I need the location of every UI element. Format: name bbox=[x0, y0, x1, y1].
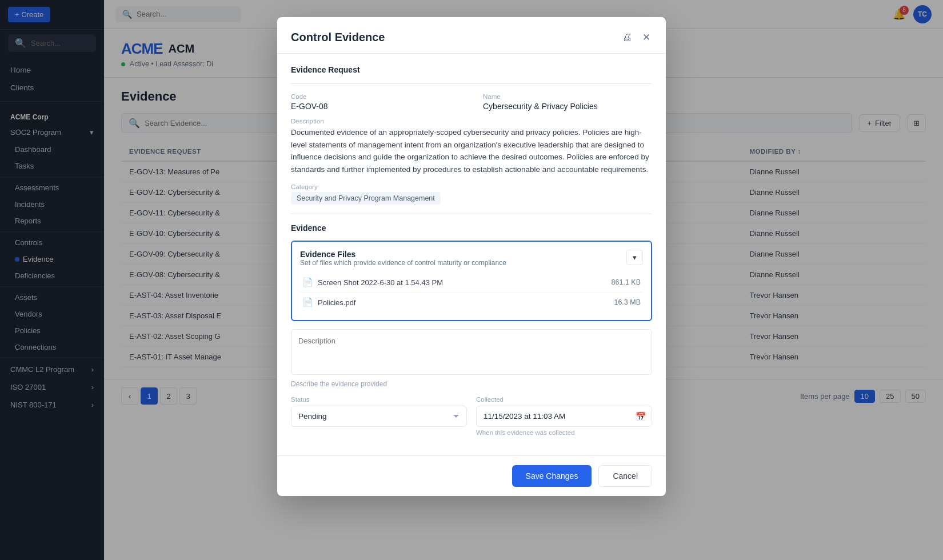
main-content: 🔍 🔔 8 TC ACME ACM Active • Lead Assessor… bbox=[104, 0, 943, 560]
modal-header: Control Evidence 🖨 ✕ bbox=[277, 17, 666, 54]
file-item-left: 📄 Policies.pdf bbox=[302, 297, 355, 307]
description-section: Description Documented evidence of an ap… bbox=[291, 118, 652, 175]
description-hint: Describe the evidence provided bbox=[291, 380, 652, 388]
date-input-wrapper: 📅 bbox=[476, 406, 652, 427]
code-name-row: Code E-GOV-08 Name Cybersecurity & Priva… bbox=[291, 93, 652, 111]
name-value: Cybersecurity & Privacy Policies bbox=[483, 102, 652, 111]
description-textarea[interactable] bbox=[291, 329, 652, 375]
name-field: Name Cybersecurity & Privacy Policies bbox=[483, 93, 652, 111]
files-dropdown-button[interactable]: ▾ bbox=[626, 250, 643, 265]
file-name: Policies.pdf bbox=[318, 298, 355, 307]
code-field: Code E-GOV-08 bbox=[291, 93, 460, 111]
modal-overlay: Control Evidence 🖨 ✕ Evidence Request Co… bbox=[104, 0, 943, 560]
modal-footer: Save Changes Cancel bbox=[277, 455, 666, 496]
category-section: Category Security and Privacy Program Ma… bbox=[291, 183, 652, 205]
collected-label: Collected bbox=[476, 396, 652, 403]
collected-field: Collected 📅 When this evidence was colle… bbox=[476, 396, 652, 436]
description-text: Documented evidence of an appropriately-… bbox=[291, 126, 652, 175]
cancel-button[interactable]: Cancel bbox=[598, 465, 652, 487]
status-label: Status bbox=[291, 396, 467, 403]
evidence-files-info: Evidence Files Set of files which provid… bbox=[300, 250, 506, 267]
file-name: Screen Shot 2022-6-30 at 1.54.43 PM bbox=[318, 278, 443, 287]
status-field: Status Pending Collected Not Applicable bbox=[291, 396, 467, 436]
modal-actions: 🖨 ✕ bbox=[621, 30, 652, 45]
save-changes-button[interactable]: Save Changes bbox=[512, 465, 592, 487]
description-label: Description bbox=[291, 118, 652, 125]
close-button[interactable]: ✕ bbox=[641, 30, 652, 45]
control-evidence-modal: Control Evidence 🖨 ✕ Evidence Request Co… bbox=[277, 17, 666, 496]
evidence-files-subtitle: Set of files which provide evidence of c… bbox=[300, 259, 506, 267]
collected-hint: When this evidence was collected bbox=[476, 429, 652, 436]
modal-body: Evidence Request Code E-GOV-08 Name Cybe… bbox=[277, 54, 666, 455]
print-button[interactable]: 🖨 bbox=[621, 30, 634, 45]
code-label: Code bbox=[291, 93, 460, 100]
evidence-heading: Evidence bbox=[291, 223, 652, 233]
name-label: Name bbox=[483, 93, 652, 100]
status-collected-row: Status Pending Collected Not Applicable … bbox=[291, 396, 652, 436]
file-item-policies[interactable]: 📄 Policies.pdf 16.3 MB bbox=[300, 293, 643, 312]
evidence-files-box: Evidence Files Set of files which provid… bbox=[291, 241, 652, 321]
file-icon: 📄 bbox=[302, 297, 313, 307]
file-item-left: 📄 Screen Shot 2022-6-30 at 1.54.43 PM bbox=[302, 277, 443, 287]
file-item-screenshot[interactable]: 📄 Screen Shot 2022-6-30 at 1.54.43 PM 86… bbox=[300, 273, 643, 293]
category-tag: Security and Privacy Program Management bbox=[291, 192, 441, 205]
evidence-request-heading: Evidence Request bbox=[291, 65, 652, 74]
file-icon: 📄 bbox=[302, 277, 313, 287]
collected-date-input[interactable] bbox=[476, 406, 652, 427]
evidence-files-header: Evidence Files Set of files which provid… bbox=[300, 250, 643, 267]
file-size: 861.1 KB bbox=[612, 278, 641, 286]
status-select[interactable]: Pending Collected Not Applicable bbox=[291, 406, 467, 427]
category-label: Category bbox=[291, 183, 652, 190]
evidence-files-title: Evidence Files bbox=[300, 250, 506, 259]
code-value: E-GOV-08 bbox=[291, 102, 460, 111]
modal-title: Control Evidence bbox=[291, 31, 385, 44]
file-size: 16.3 MB bbox=[614, 298, 641, 306]
